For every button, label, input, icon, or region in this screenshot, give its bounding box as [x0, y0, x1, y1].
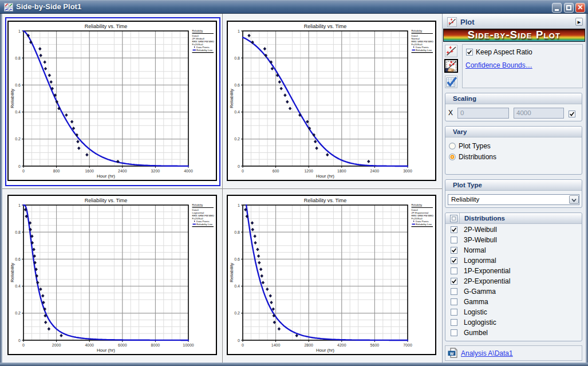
svg-text:3200: 3200 — [151, 169, 160, 173]
svg-text:600: 600 — [273, 169, 279, 173]
svg-text:2400: 2400 — [118, 169, 127, 173]
svg-text:0.8: 0.8 — [15, 56, 21, 60]
svg-text:4200: 4200 — [337, 343, 346, 347]
svg-text:1200: 1200 — [304, 169, 313, 173]
svg-text:Hour (hr): Hour (hr) — [316, 348, 334, 353]
svg-text:2400: 2400 — [370, 169, 380, 173]
svg-text:2800: 2800 — [304, 343, 313, 347]
svg-text:Reliability vs. Time: Reliability vs. Time — [304, 198, 347, 203]
svg-text:Reliability vs. Time: Reliability vs. Time — [85, 198, 128, 203]
svg-text:0: 0 — [242, 343, 244, 347]
svg-text:0.6: 0.6 — [234, 83, 240, 87]
svg-text:0.4: 0.4 — [15, 110, 21, 114]
svg-text:0.2: 0.2 — [15, 311, 21, 315]
svg-text:Hour (hr): Hour (hr) — [97, 174, 115, 179]
svg-text:1: 1 — [238, 203, 240, 207]
svg-text:Hour (hr): Hour (hr) — [97, 348, 115, 353]
svg-text:Reliability: Reliability — [412, 203, 423, 206]
svg-text:Hour (hr): Hour (hr) — [316, 174, 334, 179]
svg-text:0: 0 — [238, 164, 240, 168]
svg-text:5600: 5600 — [370, 343, 380, 347]
svg-text:0: 0 — [18, 339, 21, 343]
svg-text:800: 800 — [53, 169, 60, 173]
svg-text:7000: 7000 — [403, 343, 412, 347]
svg-text:Reliability: Reliability — [229, 263, 234, 282]
svg-text:Reliability: Reliability — [10, 263, 15, 282]
svg-text:0.8: 0.8 — [234, 56, 240, 60]
svg-text:0: 0 — [18, 164, 21, 168]
svg-text:Reliability: Reliability — [10, 89, 15, 108]
svg-text:0.2: 0.2 — [234, 311, 240, 315]
svg-text:0.2: 0.2 — [234, 137, 240, 141]
svg-text:1: 1 — [238, 29, 240, 33]
svg-text:0: 0 — [22, 343, 25, 347]
svg-text:0: 0 — [22, 169, 25, 173]
svg-text:0.4: 0.4 — [15, 284, 21, 288]
svg-text:10000: 10000 — [183, 343, 194, 347]
svg-text:Reliability: Reliability — [412, 29, 423, 32]
svg-text:2000: 2000 — [52, 343, 61, 347]
svg-text:Reliability: Reliability — [229, 89, 234, 108]
svg-text:Reliability Line: Reliability Line — [196, 49, 213, 52]
svg-text:Reliability Line: Reliability Line — [416, 223, 432, 226]
svg-text:1800: 1800 — [337, 169, 346, 173]
svg-text:1: 1 — [18, 29, 21, 33]
svg-text:Reliability Line: Reliability Line — [416, 49, 432, 52]
svg-text:1600: 1600 — [85, 169, 94, 173]
svg-text:Reliability Line: Reliability Line — [196, 223, 213, 226]
svg-text:0: 0 — [238, 339, 240, 343]
svg-text:Reliability vs. Time: Reliability vs. Time — [304, 23, 347, 29]
svg-text:3000: 3000 — [403, 169, 412, 173]
svg-text:0.6: 0.6 — [234, 257, 240, 261]
svg-text:0.8: 0.8 — [234, 230, 240, 234]
svg-text:0: 0 — [242, 169, 244, 173]
svg-text:Reliability vs. Time: Reliability vs. Time — [85, 23, 128, 29]
svg-text:0.4: 0.4 — [234, 110, 240, 114]
svg-text:Reliability: Reliability — [192, 29, 204, 32]
svg-text:8000: 8000 — [151, 343, 160, 347]
svg-text:W: W — [450, 352, 454, 356]
svg-text:0.6: 0.6 — [15, 83, 21, 87]
svg-text:0.6: 0.6 — [15, 257, 21, 261]
svg-text:Reliability: Reliability — [192, 203, 204, 206]
svg-text:6000: 6000 — [118, 343, 127, 347]
svg-text:0.4: 0.4 — [234, 284, 240, 288]
svg-text:0.8: 0.8 — [15, 230, 21, 234]
svg-text:4000: 4000 — [85, 343, 94, 347]
svg-text:1400: 1400 — [271, 343, 281, 347]
svg-text:4000: 4000 — [184, 169, 193, 173]
svg-text:0.2: 0.2 — [15, 137, 21, 141]
svg-text:1: 1 — [18, 203, 21, 207]
